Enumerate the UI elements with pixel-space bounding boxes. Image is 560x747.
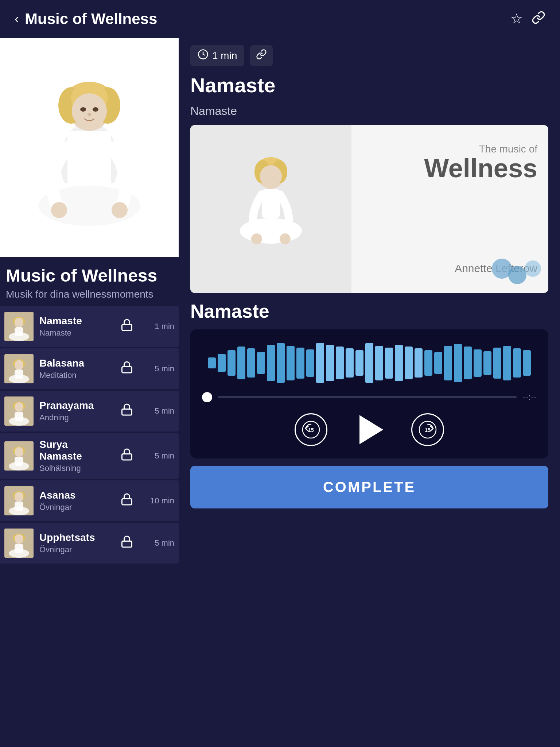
- waveform-bar: [444, 346, 452, 380]
- progress-dot[interactable]: [202, 392, 212, 402]
- complete-button[interactable]: COMPLETE: [190, 466, 548, 508]
- detail-track-subtitle: Namaste: [190, 104, 548, 118]
- track-info: Pranayama Andning: [39, 400, 109, 422]
- track-info: Upphetsats Övningar: [39, 532, 109, 554]
- svg-point-51: [15, 492, 23, 501]
- waveform-bar: [326, 345, 334, 381]
- svg-rect-33: [122, 367, 132, 373]
- waveform-bar: [415, 348, 423, 378]
- track-desc: Solhälsning: [39, 464, 109, 473]
- svg-rect-54: [122, 499, 132, 505]
- track-duration: 1 min: [145, 322, 174, 331]
- svg-text:15: 15: [425, 427, 431, 433]
- track-desc: Övningar: [39, 545, 109, 554]
- svg-point-32: [9, 375, 29, 383]
- play-icon: [359, 415, 383, 444]
- track-thumbnail: [4, 396, 34, 426]
- svg-rect-47: [122, 454, 132, 460]
- waveform-bar: [257, 352, 265, 374]
- svg-point-11: [93, 107, 98, 112]
- main-layout: Music of Wellness Musik för dina wellnes…: [0, 38, 560, 747]
- waveform-bar: [228, 350, 236, 376]
- track-desc: Meditation: [39, 371, 109, 380]
- share-icon[interactable]: [532, 11, 545, 28]
- track-thumbnail: [4, 486, 34, 515]
- svg-point-72: [280, 233, 291, 244]
- link-badge[interactable]: [250, 45, 273, 66]
- svg-point-19: [112, 202, 128, 218]
- play-button[interactable]: [349, 410, 389, 450]
- right-panel: 1 min Namaste Namaste: [179, 38, 560, 747]
- waveform-bar: [237, 347, 245, 379]
- header-title: Music of Wellness: [25, 10, 157, 28]
- album-card: The music of Wellness Annette Lefterow: [190, 125, 548, 293]
- track-thumbnail: [4, 529, 34, 558]
- waveform-bar: [523, 350, 531, 376]
- album-card-image: [190, 125, 351, 293]
- clock-icon: [198, 49, 209, 62]
- track-desc: Andning: [39, 413, 109, 422]
- track-item[interactable]: Asanas Övningar 10 min: [0, 480, 179, 521]
- svg-point-30: [15, 360, 23, 369]
- waveform-bar: [346, 348, 354, 378]
- svg-point-60: [9, 549, 29, 558]
- track-item[interactable]: Upphetsats Övningar 5 min: [0, 523, 179, 564]
- progress-bar[interactable]: [218, 396, 517, 398]
- forward-button[interactable]: 15: [411, 413, 444, 446]
- detail-track-title: Namaste: [190, 73, 548, 97]
- svg-point-68: [260, 165, 282, 187]
- waveform: [202, 341, 537, 385]
- waveform-bar: [434, 352, 442, 374]
- svg-point-37: [15, 402, 23, 411]
- waveform-bar: [493, 348, 501, 379]
- waveform-bar: [454, 344, 462, 382]
- track-info: Surya Namaste Solhälsning: [39, 439, 109, 473]
- hero-image: [0, 38, 179, 257]
- lock-icon: [120, 493, 133, 509]
- favorite-icon[interactable]: ☆: [510, 11, 523, 28]
- track-item[interactable]: Pranayama Andning 5 min: [0, 391, 179, 431]
- svg-point-18: [51, 202, 67, 218]
- album-card-content: The music of Wellness Annette Lefterow: [190, 125, 548, 293]
- waveform-bar: [218, 354, 226, 372]
- svg-point-58: [15, 534, 23, 543]
- player-track-title: Namaste: [190, 300, 548, 322]
- track-duration: 5 min: [145, 406, 174, 416]
- track-thumbnail: [4, 354, 34, 383]
- waveform-bar: [306, 349, 314, 377]
- lock-icon: [120, 318, 133, 335]
- track-name: Namaste: [39, 315, 109, 327]
- waveform-bar: [296, 348, 304, 379]
- svg-point-10: [80, 107, 86, 112]
- waveform-bar: [267, 345, 275, 381]
- track-duration: 10 min: [145, 496, 174, 506]
- waveform-bar: [336, 347, 344, 379]
- svg-point-44: [15, 447, 23, 456]
- svg-rect-13: [67, 131, 111, 186]
- back-button[interactable]: ‹: [15, 11, 19, 27]
- album-info: Music of Wellness Musik för dina wellnes…: [0, 257, 179, 306]
- lock-icon: [120, 448, 133, 464]
- rewind-button[interactable]: 15: [295, 413, 327, 446]
- duration-text: 1 min: [212, 50, 237, 62]
- waveform-bar: [247, 348, 255, 378]
- track-item[interactable]: Namaste Namaste 1 min: [0, 306, 179, 347]
- progress-row[interactable]: --:--: [202, 392, 537, 402]
- svg-rect-61: [122, 541, 132, 547]
- track-item[interactable]: Surya Namaste Solhälsning 5 min: [0, 433, 179, 479]
- waveform-bar: [208, 357, 216, 368]
- track-name: Surya Namaste: [39, 439, 109, 462]
- track-info: Asanas Övningar: [39, 489, 109, 512]
- waveform-bar: [355, 350, 363, 376]
- waveform-bar: [375, 346, 383, 380]
- track-desc: Namaste: [39, 328, 109, 338]
- track-name: Balasana: [39, 357, 109, 369]
- waveform-bar: [474, 349, 482, 377]
- svg-point-53: [9, 507, 29, 515]
- album-title: Music of Wellness: [6, 266, 173, 286]
- waveform-bar: [483, 351, 491, 375]
- waveform-bar: [503, 346, 511, 380]
- header-actions: ☆: [510, 11, 545, 28]
- left-panel: Music of Wellness Musik för dina wellnes…: [0, 38, 179, 747]
- track-item[interactable]: Balasana Meditation 5 min: [0, 348, 179, 389]
